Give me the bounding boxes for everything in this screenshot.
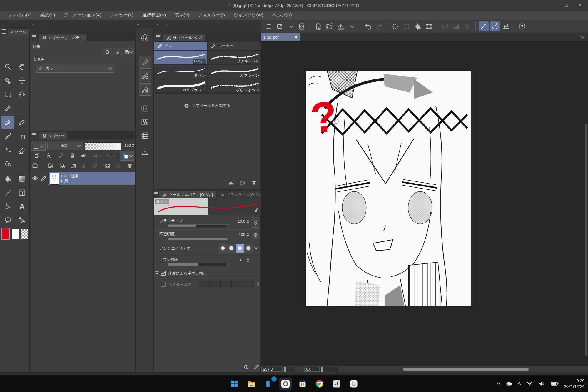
effect-tone-icon[interactable] — [113, 48, 122, 56]
brush-size-dynamics-icon[interactable] — [252, 217, 259, 228]
redo-icon[interactable] — [374, 21, 384, 31]
opacity-dynamics-icon[interactable] — [252, 231, 259, 239]
figure-tool-icon[interactable] — [3, 187, 13, 198]
eraser-tool-icon[interactable] — [17, 145, 27, 155]
layer-panel-menu-icon[interactable] — [30, 131, 38, 139]
open-file-icon[interactable] — [325, 21, 335, 31]
transfer-to-lower-layer-icon[interactable] — [80, 162, 88, 169]
add-subtool-button[interactable]: サブツールを追加する — [154, 101, 260, 110]
hand-tool-icon[interactable] — [17, 61, 27, 72]
layer-list-view-icon[interactable] — [31, 162, 39, 169]
airbrush-tool-icon[interactable] — [17, 131, 27, 141]
move-tool-icon[interactable] — [17, 75, 27, 86]
speed-stabilize-checkbox[interactable] — [161, 271, 166, 276]
chrome-button[interactable] — [313, 378, 326, 390]
layer-palette-color-select[interactable] — [31, 142, 46, 151]
undo-icon[interactable] — [363, 21, 373, 31]
subtool-item-maru-pen[interactable]: 丸ペン — [154, 65, 208, 79]
blend-mode-select[interactable]: 通常 — [47, 142, 83, 150]
settings-wrench-icon[interactable] — [252, 363, 260, 371]
tool-property-tab[interactable]: ツールプロパティ[Gペン] — [159, 191, 216, 198]
subtool-group-pen-tab[interactable]: ペン — [154, 41, 208, 50]
snap-ruler-icon[interactable] — [479, 21, 489, 31]
clip-studio-icon[interactable] — [297, 21, 307, 31]
layer-property-tab[interactable]: レイヤープロパティ — [39, 34, 86, 41]
help-icon[interactable] — [517, 21, 527, 31]
subtool-item-rough-pen[interactable]: ざらつきペン — [208, 79, 261, 94]
layer-color-swatch-icon[interactable] — [120, 151, 134, 161]
maximize-button[interactable]: □ — [560, 0, 573, 10]
subtool-item-calligraphy[interactable]: カリグラフィ — [154, 79, 208, 94]
collapse-dock-icon[interactable]: « — [137, 22, 139, 26]
pen-tool-icon[interactable] — [3, 117, 13, 128]
clip-to-layer-icon[interactable] — [33, 152, 41, 159]
delete-layer-icon[interactable] — [126, 162, 134, 169]
menu-filter[interactable]: フィルター(I) — [194, 12, 229, 18]
set-ruler-icon[interactable] — [90, 152, 103, 159]
pencil-tool-icon[interactable] — [17, 117, 27, 128]
back-mid-icon[interactable]: ‹ — [166, 22, 168, 26]
zoom-level-box[interactable]: 257.3 — [261, 367, 283, 372]
new-file-icon[interactable] — [313, 21, 323, 31]
volume-icon[interactable] — [538, 380, 546, 387]
clock[interactable]: 0:39 2021/12/24 — [564, 378, 584, 389]
main-menu-icon[interactable] — [264, 21, 274, 31]
magic-wand-tool-icon[interactable] — [17, 89, 27, 100]
zoom-tool-icon[interactable] — [3, 61, 13, 72]
layer-color-effect-icon[interactable] — [123, 48, 134, 56]
subtool-detail-icon[interactable] — [139, 56, 151, 69]
subtool-tab[interactable]: サブツール[ペン] — [163, 34, 205, 41]
rotation-slider[interactable] — [320, 367, 338, 372]
wifi-icon[interactable] — [526, 380, 533, 387]
new-raster-layer-icon[interactable] — [46, 162, 54, 169]
vector-snap-more-icon[interactable] — [255, 281, 260, 288]
layer-opacity-stepper[interactable] — [131, 142, 135, 148]
material-palette-icon[interactable] — [140, 117, 150, 127]
quick-access-icon[interactable] — [140, 33, 150, 43]
menu-file[interactable]: ファイル(F) — [4, 12, 36, 18]
layer-visibility-eye-icon[interactable] — [31, 175, 39, 182]
brush-tool-icon[interactable] — [3, 131, 13, 141]
brush-size-stepper[interactable] — [246, 218, 250, 224]
rotation-box[interactable]: 0.0 — [304, 367, 320, 372]
layer-thumbnail[interactable] — [50, 173, 59, 184]
menu-view[interactable]: 表示(V) — [170, 12, 194, 18]
deselect-icon[interactable] — [440, 21, 450, 31]
subtool-item-real-g-pen[interactable]: リアルGペン — [208, 50, 261, 65]
menu-edit[interactable]: 編集(E) — [36, 12, 60, 18]
set-mask-icon[interactable] — [104, 152, 117, 159]
horizontal-scrollbar[interactable] — [403, 368, 529, 371]
canvas-viewport[interactable]: ? — [261, 41, 588, 366]
tablet-mode-chevron-icon[interactable] — [286, 21, 296, 31]
menu-selection[interactable]: 選択範囲(S) — [138, 12, 170, 18]
unlock-icon[interactable] — [253, 207, 259, 213]
stabilize-stepper[interactable] — [246, 257, 250, 263]
menu-help[interactable]: ヘルプ(H) — [268, 12, 296, 18]
eyedropper-tool-icon[interactable] — [3, 103, 13, 114]
ime-indicator[interactable]: A — [518, 381, 521, 387]
subtool-menu-icon[interactable] — [154, 33, 162, 41]
tools-panel-menu-icon[interactable] — [0, 27, 7, 36]
expression-color-select[interactable]: カラー — [36, 64, 114, 73]
erase-outside-selection-icon[interactable] — [402, 21, 412, 31]
expand-speed-stabilize-icon[interactable]: + — [155, 271, 159, 276]
duplicate-subtool-icon[interactable] — [238, 179, 246, 187]
tools-tab[interactable]: ツール — [8, 29, 29, 36]
gradient-tool-icon[interactable] — [17, 174, 27, 184]
file-explorer-button[interactable] — [245, 378, 258, 390]
correct-line-tool-icon[interactable] — [3, 201, 13, 212]
vector-snap-checkbox[interactable] — [161, 282, 166, 287]
invert-selection-icon[interactable] — [451, 21, 461, 31]
timeline-palette-icon[interactable] — [140, 130, 150, 141]
object-select-tool-icon[interactable] — [3, 75, 13, 86]
brush-size-slider[interactable] — [168, 224, 228, 227]
antialias-chevron-icon[interactable] — [253, 244, 259, 253]
onedrive-icon[interactable] — [505, 380, 513, 388]
collapse-left-icon[interactable]: « — [32, 22, 35, 26]
save-icon[interactable] — [336, 21, 346, 31]
delete-subtool-icon[interactable] — [250, 179, 258, 187]
start-button[interactable] — [228, 378, 240, 390]
stabilize-slider[interactable] — [168, 263, 228, 266]
menu-layer[interactable]: レイヤー(L) — [106, 12, 138, 18]
apply-mask-icon[interactable] — [115, 162, 123, 169]
